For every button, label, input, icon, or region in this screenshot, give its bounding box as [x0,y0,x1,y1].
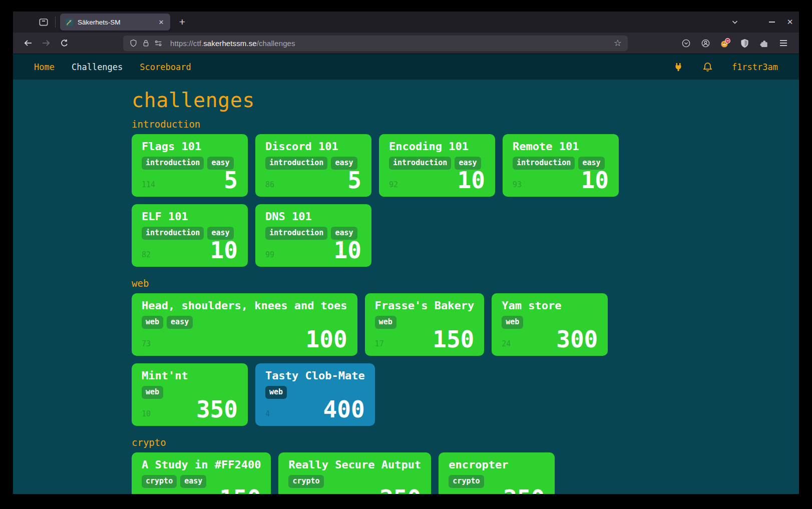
account-icon[interactable] [699,36,712,50]
challenge-card[interactable]: A Study in #FF2400 cryptoeasy 150 [132,452,271,494]
challenge-tag: crypto [142,475,177,488]
challenge-points: 5 [224,170,238,192]
blocked-extension-icon[interactable] [718,36,731,50]
challenge-points: 400 [323,399,365,421]
url-prefix: https://ctf. [170,39,203,48]
bookmark-star-icon[interactable]: ☆ [614,39,622,48]
solve-count: 86 [265,180,274,189]
shield-extension-icon[interactable] [738,36,751,50]
menu-hamburger-icon[interactable] [777,36,790,50]
solve-count: 93 [513,180,522,189]
solve-count: 92 [389,180,398,189]
challenge-title: A Study in #FF2400 [142,458,261,471]
section-heading: introduction [132,119,680,130]
challenge-tag: web [142,386,163,399]
url-text: https://ctf.sakerhetssm.se/challenges [170,39,295,48]
tab-close-icon[interactable]: ✕ [156,17,166,27]
back-icon[interactable] [19,35,37,51]
challenge-card[interactable]: ELF 101 introductioneasy 82 10 [132,204,248,267]
challenge-card[interactable]: Yam store web 24 300 [492,293,608,356]
browser-tab[interactable]: Säkerhets-SM ✕ [60,14,170,31]
challenge-card[interactable]: Encoding 101 introductioneasy 92 10 [379,134,495,197]
challenge-card[interactable]: Remote 101 introductioneasy 93 10 [503,134,619,197]
solve-count: 114 [142,180,155,189]
challenge-points: 10 [210,240,238,262]
extensions-puzzle-icon[interactable] [757,36,770,50]
section-cards: Head, shoulders, knees and toes webeasy … [132,293,680,426]
solve-count: 10 [142,409,151,418]
challenge-tag: crypto [288,475,323,488]
challenge-tag: introduction [142,157,204,170]
tracking-protection-shield-icon[interactable] [129,39,138,48]
challenge-tags: introductioneasy [265,157,361,170]
challenge-points: 10 [458,170,485,192]
challenge-tag: web [142,316,163,329]
challenge-sections: introduction Flags 101 introductioneasy … [132,119,680,494]
site-navbar: HomeChallengesScoreboard f1rstr3am [13,54,799,80]
reload-icon[interactable] [55,35,73,51]
challenge-points: 150 [433,329,474,351]
site-nav-links: HomeChallengesScoreboard [34,62,191,72]
username-link[interactable]: f1rstr3am [732,62,778,72]
tab-title: Säkerhets-SM [78,19,152,26]
pocket-icon[interactable] [679,36,692,50]
bell-icon[interactable] [702,62,713,72]
challenge-card[interactable]: Frasse's Bakery web 17 150 [365,293,485,356]
challenge-title: Frasse's Bakery [375,299,475,312]
challenge-tag: introduction [142,227,204,240]
nav-link-challenges[interactable]: Challenges [72,62,123,72]
challenge-card[interactable]: Mint'nt web 10 350 [132,363,248,426]
solve-count: 4 [265,409,270,418]
challenge-tag: introduction [389,157,451,170]
challenge-section: crypto A Study in #FF2400 cryptoeasy 150… [132,437,680,494]
challenge-card[interactable]: Head, shoulders, knees and toes webeasy … [132,293,357,356]
firefox-view-icon[interactable] [36,15,51,30]
challenge-section: web Head, shoulders, knees and toes webe… [132,278,680,426]
page-title: challenges [132,89,680,112]
page-viewport: HomeChallengesScoreboard f1rstr3am chall… [13,54,799,494]
challenge-tag: web [375,316,396,329]
solve-count: 99 [265,250,274,259]
challenge-points: 250 [379,488,421,494]
solve-count: 24 [502,339,511,348]
nav-link-scoreboard[interactable]: Scoreboard [140,62,191,72]
challenge-card[interactable]: Flags 101 introductioneasy 114 5 [132,134,248,197]
challenge-points: 350 [196,399,238,421]
permissions-icon[interactable] [154,40,163,47]
challenge-tag: web [265,386,287,399]
challenge-title: Discord 101 [265,140,361,153]
plug-icon[interactable] [673,62,683,72]
challenge-points: 150 [219,488,261,494]
section-cards: A Study in #FF2400 cryptoeasy 150 Really… [132,452,680,494]
challenge-card[interactable]: DNS 101 introductioneasy 99 10 [255,204,371,267]
challenge-points: 5 [347,170,361,192]
challenge-tag: introduction [265,157,327,170]
challenge-title: ELF 101 [142,210,238,223]
lock-icon[interactable] [142,39,150,47]
challenge-tag: easy [180,475,206,488]
challenge-points: 300 [556,329,598,351]
challenge-tag: introduction [265,227,327,240]
nav-link-home[interactable]: Home [34,62,55,72]
minimize-button[interactable] [763,14,781,30]
challenge-title: Head, shoulders, knees and toes [142,299,347,312]
challenge-card[interactable]: Discord 101 introductioneasy 86 5 [255,134,371,197]
browser-toolbar: https://ctf.sakerhetssm.se/challenges ☆ [13,33,799,54]
challenge-tag: introduction [513,157,575,170]
challenge-points: 100 [306,329,347,351]
list-all-tabs-icon[interactable] [726,14,744,30]
challenge-card[interactable]: encropter crypto 250 [439,452,555,494]
challenge-card[interactable]: Really Secure Autput crypto 250 [278,452,431,494]
navbar-right: f1rstr3am [673,62,778,72]
challenge-card[interactable]: Tasty Clob-Mate web 4 400 [255,363,375,426]
forward-icon[interactable] [37,35,55,51]
challenge-title: Flags 101 [142,140,238,153]
close-button[interactable]: ✕ [781,14,799,30]
url-bar[interactable]: https://ctf.sakerhetssm.se/challenges ☆ [123,36,628,51]
section-heading: web [132,278,680,289]
challenge-title: encropter [449,458,545,471]
new-tab-button[interactable]: + [174,14,190,30]
section-cards: Flags 101 introductioneasy 114 5 Discord… [132,134,680,267]
challenge-title: Yam store [502,299,598,312]
tab-bar-separator [55,17,56,28]
